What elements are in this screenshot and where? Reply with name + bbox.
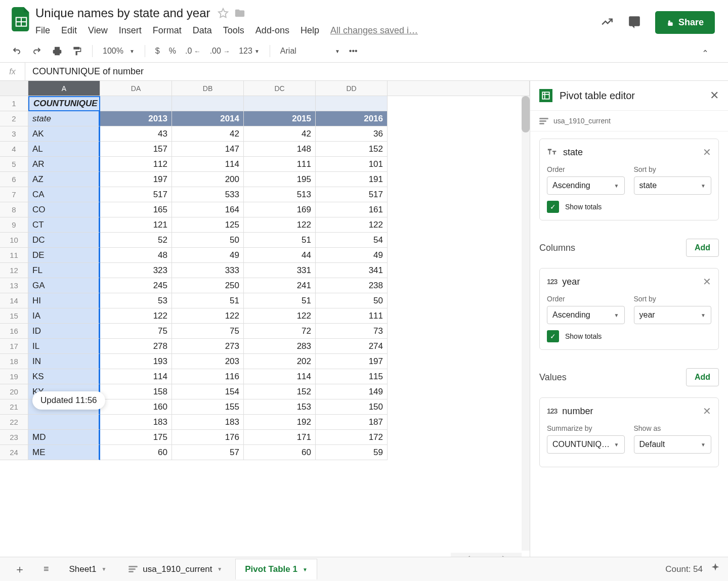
paint-format-button[interactable] [69,44,85,58]
cell[interactable]: 187 [316,415,388,430]
cell[interactable]: 150 [316,399,388,415]
cell[interactable]: 169 [244,202,316,217]
cell[interactable]: 60 [100,445,172,460]
menu-data[interactable]: Data [193,25,212,36]
data-source[interactable]: usa_1910_current [530,110,728,131]
star-icon[interactable] [218,8,229,19]
increase-decimal-button[interactable]: .00→ [207,44,233,58]
row-header[interactable]: 12 [0,263,28,278]
cell[interactable]: 176 [172,430,244,445]
order-select[interactable]: Ascending▼ [547,176,625,195]
explore-button[interactable] [710,562,721,576]
cell[interactable] [100,96,172,111]
formula-input[interactable]: COUNTUNIQUE of number [25,66,144,77]
row-header[interactable]: 9 [0,217,28,233]
row-header[interactable]: 17 [0,339,28,354]
cell[interactable]: MD [28,430,100,445]
order-select[interactable]: Ascending▼ [547,306,625,324]
add-sheet-button[interactable]: ＋ [7,557,32,582]
cell[interactable]: 53 [100,293,172,308]
cell[interactable]: 49 [316,248,388,263]
all-sheets-button[interactable]: ≡ [36,559,56,579]
cell[interactable]: 50 [316,293,388,308]
cell[interactable]: 114 [244,369,316,384]
cell[interactable] [172,96,244,111]
cell[interactable]: 250 [172,278,244,293]
cell[interactable]: 164 [172,202,244,217]
cell[interactable]: 183 [100,415,172,430]
cell[interactable]: IN [28,354,100,369]
cell[interactable]: 533 [172,187,244,202]
cell[interactable]: 115 [316,369,388,384]
cell[interactable] [244,96,316,111]
undo-button[interactable] [8,44,25,58]
cell[interactable]: 197 [100,172,172,187]
cell[interactable]: 122 [316,217,388,233]
cell[interactable]: 54 [316,233,388,248]
add-columns-button[interactable]: Add [686,239,719,257]
cell[interactable]: 274 [316,339,388,354]
row-header[interactable]: 22 [0,415,28,430]
row-header[interactable]: 19 [0,369,28,384]
cell[interactable]: 114 [172,157,244,172]
cell[interactable]: 160 [100,399,172,415]
cell[interactable]: 513 [244,187,316,202]
show-totals-checkbox[interactable]: ✓ [547,330,559,342]
row-header[interactable]: 11 [0,248,28,263]
cell[interactable]: 50 [172,233,244,248]
cell[interactable]: 42 [244,126,316,142]
cell[interactable]: CA [28,187,100,202]
col-header-dd[interactable]: DD [316,81,388,96]
cell[interactable]: 59 [316,445,388,460]
col-header-a[interactable]: A [28,81,100,96]
cell[interactable]: 273 [172,339,244,354]
show-totals-checkbox[interactable]: ✓ [547,201,559,213]
cell[interactable] [28,415,100,430]
cell[interactable]: 51 [244,233,316,248]
cell[interactable]: GA [28,278,100,293]
cell[interactable]: DE [28,248,100,263]
cell[interactable]: 341 [316,263,388,278]
cell[interactable]: 197 [316,354,388,369]
cell[interactable]: 191 [316,172,388,187]
row-header[interactable]: 8 [0,202,28,217]
cell[interactable]: 44 [244,248,316,263]
cell[interactable]: 122 [172,308,244,324]
cell[interactable]: 73 [316,324,388,339]
cell[interactable]: 157 [100,142,172,157]
row-header[interactable]: 6 [0,172,28,187]
cell[interactable]: 148 [244,142,316,157]
cell[interactable]: CO [28,202,100,217]
cell[interactable]: HI [28,293,100,308]
cell[interactable] [316,96,388,111]
cell[interactable]: 183 [172,415,244,430]
row-header[interactable]: 7 [0,187,28,202]
row-header[interactable]: 18 [0,354,28,369]
cell[interactable]: 101 [316,157,388,172]
cell[interactable]: 152 [316,142,388,157]
cell[interactable]: 149 [316,384,388,399]
comment-icon[interactable] [628,15,641,30]
cell[interactable]: 331 [244,263,316,278]
sortby-select[interactable]: state▼ [634,176,712,195]
cell[interactable]: 114 [100,369,172,384]
cell[interactable]: 195 [244,172,316,187]
cell[interactable]: AK [28,126,100,142]
col-header-dc[interactable]: DC [244,81,316,96]
cell[interactable]: 51 [244,293,316,308]
cell[interactable]: 2013 [100,111,172,126]
close-sidebar-button[interactable]: ✕ [710,89,719,102]
cell[interactable]: 153 [244,399,316,415]
row-header[interactable]: 4 [0,142,28,157]
cell[interactable]: 175 [100,430,172,445]
remove-field-button[interactable]: ✕ [703,146,711,158]
cell[interactable]: 193 [100,354,172,369]
cell[interactable]: 155 [172,399,244,415]
cell[interactable]: AL [28,142,100,157]
cell[interactable]: 60 [244,445,316,460]
menu-tools[interactable]: Tools [223,25,244,36]
folder-icon[interactable] [234,8,245,19]
row-header[interactable]: 13 [0,278,28,293]
cell[interactable]: 111 [244,157,316,172]
cell[interactable]: 172 [316,430,388,445]
